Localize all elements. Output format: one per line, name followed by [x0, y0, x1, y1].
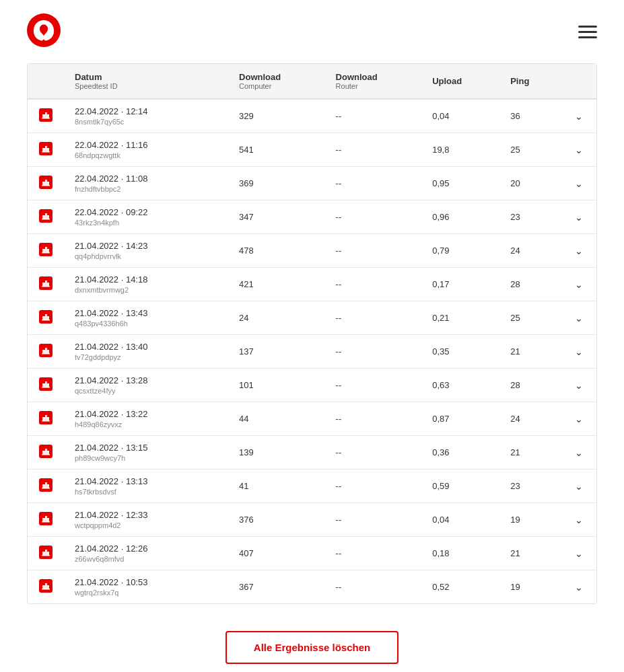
table-row: 21.04.2022 · 13:40tv72gddpdpyz137--0,352…	[28, 335, 596, 369]
row-icon-cell	[28, 167, 64, 200]
row-dl-router: --	[325, 503, 422, 537]
row-dl-computer: 478	[228, 234, 325, 268]
row-dl-router: --	[325, 133, 422, 167]
row-icon-cell	[28, 570, 64, 604]
row-expand-cell: ⌄	[561, 470, 596, 503]
speedtest-icon	[38, 545, 53, 560]
row-dl-router: --	[325, 570, 422, 604]
row-date: 21.04.2022 · 13:40tv72gddpdpyz	[64, 335, 228, 369]
col-expand	[561, 64, 596, 99]
header	[0, 0, 624, 63]
row-upload: 0,04	[421, 99, 499, 133]
row-ping: 21	[499, 436, 561, 470]
row-expand-cell: ⌄	[561, 133, 596, 167]
speedtest-icon	[38, 175, 53, 190]
row-upload: 0,18	[421, 537, 499, 570]
row-ping: 25	[499, 133, 561, 167]
row-icon-cell	[28, 470, 64, 503]
row-icon-cell	[28, 436, 64, 470]
table-row: 22.04.2022 · 12:148nsmtlk7qy65c329--0,04…	[28, 99, 596, 133]
expand-row-button[interactable]: ⌄	[572, 209, 586, 225]
row-expand-cell: ⌄	[561, 503, 596, 537]
row-upload: 0,35	[421, 335, 499, 369]
row-icon-cell	[28, 503, 64, 537]
row-upload: 0,87	[421, 402, 499, 436]
row-ping: 21	[499, 537, 561, 570]
row-date: 21.04.2022 · 10:53wgtrq2rskx7q	[64, 570, 228, 604]
speedtest-icon	[38, 141, 53, 156]
hamburger-menu-icon[interactable]	[578, 26, 597, 38]
speedtest-icon	[38, 276, 53, 291]
delete-all-button[interactable]: Alle Ergebnisse löschen	[226, 631, 398, 664]
expand-row-button[interactable]: ⌄	[572, 478, 586, 494]
row-ping: 24	[499, 402, 561, 436]
row-date: 21.04.2022 · 13:13hs7tkrbsdvsf	[64, 470, 228, 503]
row-dl-computer: 101	[228, 369, 325, 402]
expand-row-button[interactable]: ⌄	[572, 108, 586, 124]
row-dl-router: --	[325, 200, 422, 234]
col-upload: Upload	[421, 64, 499, 99]
speedtest-icon	[38, 377, 53, 391]
row-icon-cell	[28, 402, 64, 436]
row-dl-router: --	[325, 470, 422, 503]
expand-row-button[interactable]: ⌄	[572, 579, 586, 595]
row-dl-router: --	[325, 301, 422, 335]
results-table: Datum Speedtest ID Download Computer Dow…	[28, 64, 596, 603]
table-header-row: Datum Speedtest ID Download Computer Dow…	[28, 64, 596, 99]
row-expand-cell: ⌄	[561, 537, 596, 570]
col-icon	[28, 64, 64, 99]
row-date: 21.04.2022 · 12:26z66wv6q8mfvd	[64, 537, 228, 570]
svg-rect-10	[42, 252, 50, 254]
svg-rect-14	[42, 320, 50, 321]
row-expand-cell: ⌄	[561, 167, 596, 200]
row-dl-computer: 24	[228, 301, 325, 335]
speedtest-icon	[38, 444, 53, 459]
expand-row-button[interactable]: ⌄	[572, 411, 586, 427]
speedtest-icon	[38, 108, 53, 122]
row-dl-computer: 421	[228, 268, 325, 301]
expand-row-button[interactable]: ⌄	[572, 344, 586, 360]
expand-row-button[interactable]: ⌄	[572, 512, 586, 528]
row-upload: 0,36	[421, 436, 499, 470]
row-dl-computer: 407	[228, 537, 325, 570]
row-ping: 19	[499, 503, 561, 537]
expand-row-button[interactable]: ⌄	[572, 445, 586, 461]
expand-row-button[interactable]: ⌄	[572, 377, 586, 394]
row-date: 21.04.2022 · 13:28qcsxttze4fyy	[64, 369, 228, 402]
logo	[27, 13, 61, 50]
row-dl-computer: 347	[228, 200, 325, 234]
expand-row-button[interactable]: ⌄	[572, 546, 586, 562]
row-ping: 36	[499, 99, 561, 133]
table-row: 21.04.2022 · 12:26z66wv6q8mfvd407--0,182…	[28, 537, 596, 570]
svg-rect-8	[42, 219, 50, 220]
row-dl-computer: 376	[228, 503, 325, 537]
row-dl-router: --	[325, 402, 422, 436]
row-expand-cell: ⌄	[561, 268, 596, 301]
row-icon-cell	[28, 99, 64, 133]
row-upload: 0,04	[421, 503, 499, 537]
expand-row-button[interactable]: ⌄	[572, 243, 586, 259]
expand-row-button[interactable]: ⌄	[572, 176, 586, 192]
row-upload: 19,8	[421, 133, 499, 167]
table-row: 22.04.2022 · 09:2243rkz3n4kpfh347--0,962…	[28, 200, 596, 234]
row-dl-router: --	[325, 167, 422, 200]
row-date: 21.04.2022 · 12:33wctpqppm4d2	[64, 503, 228, 537]
row-ping: 20	[499, 167, 561, 200]
row-expand-cell: ⌄	[561, 335, 596, 369]
expand-row-button[interactable]: ⌄	[572, 142, 586, 158]
svg-rect-2	[42, 118, 50, 119]
row-upload: 0,79	[421, 234, 499, 268]
row-icon-cell	[28, 335, 64, 369]
svg-rect-22	[42, 454, 50, 455]
row-dl-computer: 139	[228, 436, 325, 470]
expand-row-button[interactable]: ⌄	[572, 276, 586, 293]
table-row: 21.04.2022 · 13:22h489q86zyvxz44--0,8724…	[28, 402, 596, 436]
expand-row-button[interactable]: ⌄	[572, 310, 586, 326]
row-icon-cell	[28, 537, 64, 570]
speedtest-icon	[38, 343, 53, 358]
row-expand-cell: ⌄	[561, 301, 596, 335]
table-row: 21.04.2022 · 13:43q483pv4336h6h24--0,212…	[28, 301, 596, 335]
row-ping: 23	[499, 470, 561, 503]
row-dl-computer: 367	[228, 570, 325, 604]
row-date: 21.04.2022 · 13:15ph89cw9wcy7h	[64, 436, 228, 470]
